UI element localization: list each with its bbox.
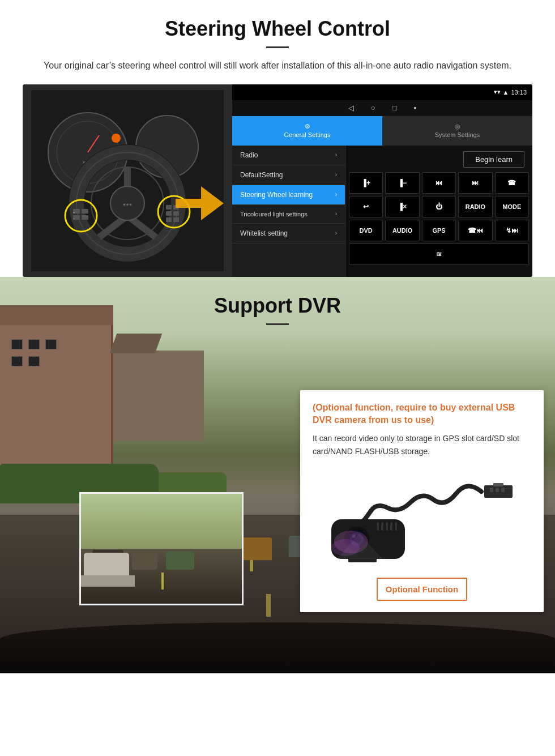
- dvr-background: Support DVR (Optional function, require …: [0, 277, 555, 673]
- menu-arrow-radio: ›: [335, 152, 337, 158]
- optional-function-button[interactable]: Optional Function: [377, 578, 467, 601]
- dvr-optional-text: (Optional function, require to buy exter…: [313, 402, 531, 427]
- ctrl-next-track[interactable]: ⏭: [458, 172, 492, 194]
- ctrl-prev-track[interactable]: ⏮: [422, 172, 456, 194]
- ctrl-phone-prev[interactable]: ☎⏮: [458, 220, 492, 241]
- svg-rect-22: [82, 209, 88, 213]
- svg-rect-26: [166, 211, 172, 216]
- begin-learn-button[interactable]: Begin learn: [463, 151, 524, 168]
- ctrl-mode[interactable]: MODE: [495, 196, 529, 217]
- dvr-description-text: It can record video only to storage in G…: [313, 432, 531, 458]
- tab-general-settings[interactable]: ⚙ General Settings: [232, 116, 382, 146]
- android-menu-list: Radio › DefaultSetting › Steering Wheel …: [232, 146, 345, 277]
- menu-item-defaultsetting-label: DefaultSetting: [240, 171, 283, 179]
- wifi-icon: ▲: [503, 89, 509, 96]
- dvr-camera-svg: [320, 468, 524, 567]
- section2-dvr: Support DVR (Optional function, require …: [0, 277, 555, 673]
- ctrl-mute[interactable]: ▐×: [385, 196, 419, 217]
- svg-text:−: −: [73, 217, 75, 220]
- menu-arrow-whitelist: ›: [335, 230, 337, 236]
- ctrl-dvd[interactable]: DVD: [349, 220, 383, 241]
- dvr-preview-inner: [81, 494, 242, 604]
- ctrl-radio[interactable]: RADIO: [458, 196, 492, 217]
- ctrl-back-call[interactable]: ↩: [349, 196, 383, 217]
- ctrl-gps[interactable]: GPS: [422, 220, 456, 241]
- tab-system-label: System Settings: [435, 131, 480, 138]
- svg-rect-23: [82, 215, 88, 220]
- dvr-title: Support DVR: [0, 294, 555, 318]
- control-row-4: ≋: [349, 244, 529, 265]
- dvr-info-card: (Optional function, require to buy exter…: [300, 390, 544, 613]
- dvr-camera-preview: [79, 492, 244, 605]
- svg-rect-24: [166, 205, 172, 210]
- menu-item-tricoloured[interactable]: Tricoloured light settings ›: [232, 205, 345, 224]
- menu-item-tricoloured-label: Tricoloured light settings: [240, 211, 308, 217]
- section1-subtitle: Your original car’s steering wheel contr…: [23, 58, 532, 73]
- svg-rect-28: [166, 217, 172, 222]
- system-settings-icon: ◎: [455, 123, 460, 130]
- svg-rect-46: [390, 522, 392, 531]
- ctrl-phone[interactable]: ☎: [495, 172, 529, 194]
- control-panel: Begin learn ▐+ ▐− ⏮ ⏭ ☎ ↩ ▐× ⏻: [345, 146, 532, 277]
- svg-rect-47: [395, 522, 397, 531]
- svg-rect-45: [386, 522, 388, 531]
- ctrl-vol-up[interactable]: ▐+: [349, 172, 383, 194]
- menu-item-radio-label: Radio: [240, 151, 258, 159]
- statusbar-icons: ▾▾ ▲ 13:13: [494, 88, 527, 96]
- svg-text:●●●: ●●●: [123, 202, 132, 207]
- svg-rect-33: [493, 483, 503, 486]
- status-time: 13:13: [511, 89, 527, 96]
- android-tabs: ⚙ General Settings ◎ System Settings: [232, 116, 532, 146]
- back-icon[interactable]: ◁: [348, 104, 354, 112]
- menu-arrow-defaultsetting: ›: [335, 172, 337, 178]
- dvr-nav-icon[interactable]: ▪: [414, 104, 417, 112]
- tab-system-settings[interactable]: ◎ System Settings: [382, 116, 532, 146]
- steering-wheel-svg: km/h ●●●: [31, 90, 224, 271]
- begin-learn-row: Begin learn: [349, 149, 529, 170]
- tab-general-label: General Settings: [284, 131, 331, 138]
- page-title: Steering Wheel Control: [23, 17, 532, 41]
- ctrl-vol-down[interactable]: ▐−: [385, 172, 419, 194]
- ctrl-phone-next[interactable]: ↯⏭: [495, 220, 529, 241]
- svg-rect-43: [377, 522, 379, 531]
- svg-text:+: +: [73, 211, 75, 214]
- android-statusbar: ▾▾ ▲ 13:13: [232, 84, 532, 100]
- ctrl-extra[interactable]: ≋: [349, 244, 529, 265]
- home-icon[interactable]: ○: [371, 104, 375, 112]
- svg-point-6: [112, 134, 121, 143]
- svg-rect-35: [496, 488, 499, 492]
- dvr-title-block: Support DVR: [0, 294, 555, 335]
- dvr-camera-illustration: [313, 467, 531, 569]
- menu-arrow-steering: ›: [335, 191, 337, 198]
- android-ui-panel: ▾▾ ▲ 13:13 ◁ ○ □ ▪ ⚙ General Settings: [232, 84, 532, 277]
- title-divider: [266, 46, 289, 48]
- menu-item-whitelist[interactable]: Whitelist setting ›: [232, 224, 345, 244]
- ctrl-power[interactable]: ⏻: [422, 196, 456, 217]
- control-row-2: ↩ ▐× ⏻ RADIO MODE: [349, 196, 529, 217]
- recents-icon[interactable]: □: [392, 104, 397, 112]
- svg-rect-44: [381, 522, 383, 531]
- control-row-3: DVD AUDIO GPS ☎⏮ ↯⏭: [349, 220, 529, 241]
- steering-wheel-image-area: km/h ●●●: [23, 84, 232, 277]
- svg-rect-36: [501, 488, 505, 492]
- ctrl-audio[interactable]: AUDIO: [385, 220, 419, 241]
- menu-item-radio[interactable]: Radio ›: [232, 146, 345, 165]
- svg-rect-27: [173, 211, 179, 216]
- android-navbar: ◁ ○ □ ▪: [232, 100, 532, 116]
- gear-icon: ⚙: [305, 123, 310, 130]
- svg-rect-29: [173, 217, 179, 222]
- signal-icon: ▾▾: [494, 88, 501, 96]
- steering-visual-block: km/h ●●●: [23, 84, 532, 277]
- control-row-1: ▐+ ▐− ⏮ ⏭ ☎: [349, 172, 529, 194]
- menu-item-whitelist-label: Whitelist setting: [240, 229, 288, 237]
- section1-steering-wheel: Steering Wheel Control Your original car…: [0, 0, 555, 277]
- menu-item-defaultsetting[interactable]: DefaultSetting ›: [232, 165, 345, 185]
- menu-item-steering-wheel-learning[interactable]: Steering Wheel learning ›: [232, 185, 345, 205]
- menu-arrow-tricoloured: ›: [335, 211, 337, 217]
- svg-rect-31: [176, 199, 201, 208]
- dvr-title-divider: [266, 323, 289, 325]
- menu-item-steering-label: Steering Wheel learning: [240, 191, 313, 199]
- android-content-area: Radio › DefaultSetting › Steering Wheel …: [232, 146, 532, 277]
- svg-rect-34: [490, 488, 493, 492]
